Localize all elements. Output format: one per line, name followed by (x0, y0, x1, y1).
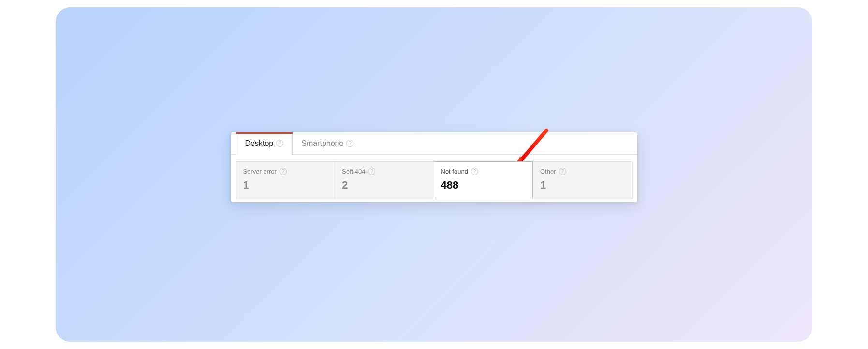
tab-label: Smartphone (301, 139, 343, 148)
card-label-text: Not found (441, 168, 468, 175)
help-icon[interactable]: ? (368, 168, 375, 175)
card-label-text: Other (540, 168, 556, 175)
error-category-cards: Server error ? 1 Soft 404 ? 2 Not found … (231, 155, 637, 201)
backdrop: Desktop ? Smartphone ? Server error ? 1 … (56, 7, 812, 342)
help-icon[interactable]: ? (471, 168, 478, 175)
card-value: 2 (342, 179, 427, 191)
card-other[interactable]: Other ? 1 (533, 161, 633, 199)
tab-desktop[interactable]: Desktop ? (236, 132, 293, 154)
card-value: 1 (540, 179, 625, 191)
card-label-text: Soft 404 (342, 168, 365, 175)
card-value: 1 (243, 179, 328, 191)
card-server-error[interactable]: Server error ? 1 (236, 161, 335, 199)
help-icon[interactable]: ? (280, 168, 287, 175)
help-icon[interactable]: ? (276, 140, 283, 147)
card-label: Server error ? (243, 168, 328, 175)
card-label: Soft 404 ? (342, 168, 427, 175)
device-tabs: Desktop ? Smartphone ? (231, 132, 637, 155)
tab-label: Desktop (245, 139, 274, 148)
card-label-text: Server error (243, 168, 277, 175)
card-soft-404[interactable]: Soft 404 ? 2 (335, 161, 434, 199)
help-icon[interactable]: ? (346, 140, 353, 147)
card-not-found[interactable]: Not found ? 488 (434, 161, 533, 199)
card-label: Not found ? (441, 168, 526, 175)
card-value: 488 (441, 179, 526, 191)
tab-smartphone[interactable]: Smartphone ? (293, 132, 362, 154)
card-label: Other ? (540, 168, 625, 175)
help-icon[interactable]: ? (559, 168, 566, 175)
crawl-errors-panel: Desktop ? Smartphone ? Server error ? 1 … (231, 132, 637, 202)
